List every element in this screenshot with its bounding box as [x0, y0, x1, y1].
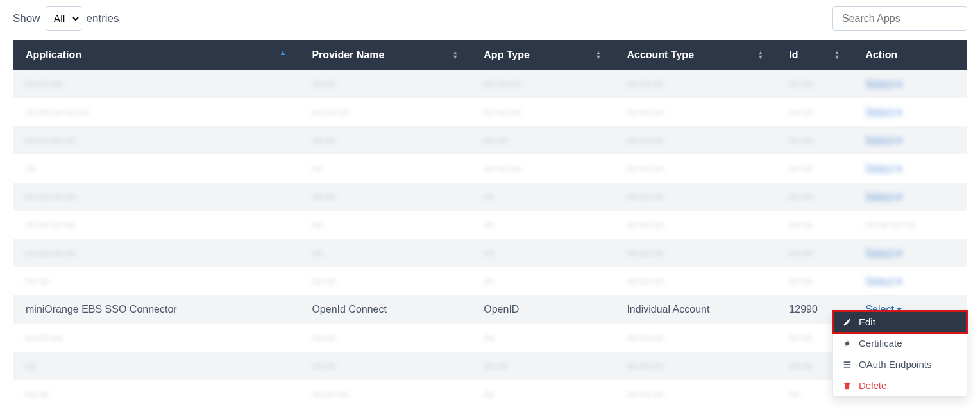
table-row: — —— ——— — —— —Select ▾	[13, 267, 967, 295]
col-id[interactable]: Id ▲▼	[776, 40, 852, 70]
cell-app_type: —	[471, 267, 614, 295]
col-application[interactable]: Application ▲▼	[13, 40, 299, 70]
table-row: — — — ———— — —— —Select ▾	[13, 239, 967, 267]
cell-action: Select ▾	[852, 70, 967, 98]
cell-account_type: — — —	[614, 183, 776, 211]
table-row: ——— — —— — —— —Select ▾	[13, 154, 967, 183]
cell-application: — — — —	[13, 211, 299, 239]
sort-icon: ▲▼	[834, 51, 840, 60]
cell-id: — —	[776, 183, 852, 211]
col-account-type-label: Account Type	[627, 49, 694, 60]
cell-app_type: —	[471, 211, 614, 239]
cell-provider: — — —	[299, 380, 471, 408]
cell-account_type: — — —	[614, 267, 776, 295]
dropdown-item-oauth-endpoints[interactable]: OAuth Endpoints	[833, 354, 967, 375]
cell-id: — —	[776, 239, 852, 267]
show-entries: Show All entries	[13, 6, 119, 31]
cell-app_type: —	[471, 183, 614, 211]
cell-account_type: — — —	[614, 352, 776, 380]
cell-account_type: — — —	[614, 126, 776, 154]
dropdown-item-oauth-endpoints-label: OAuth Endpoints	[859, 359, 931, 370]
cell-provider: — —	[299, 267, 471, 295]
cell-account_type: — — —	[614, 154, 776, 183]
cell-app_type: — —	[471, 352, 614, 380]
cell-account_type: — — —	[614, 98, 776, 126]
col-application-label: Application	[26, 49, 81, 60]
cell-provider: — —	[299, 70, 471, 98]
col-provider[interactable]: Provider Name ▲▼	[299, 40, 471, 70]
dropdown-item-edit[interactable]: Edit	[833, 311, 967, 333]
sort-icon: ▲▼	[280, 51, 287, 55]
cell-id: — —	[776, 98, 852, 126]
sort-icon: ▲▼	[757, 51, 763, 60]
table-row: — — — —— ——— — —— —Select ▾	[13, 183, 967, 211]
cell-action: Select ▾	[852, 267, 967, 295]
dropdown-item-certificate[interactable]: Certificate	[833, 333, 967, 354]
cell-app_type: — —	[471, 126, 614, 154]
entries-select[interactable]: All	[46, 6, 81, 31]
cell-app_type: — — —	[471, 70, 614, 98]
cell-app_type: OpenID	[471, 295, 614, 324]
cell-application: — — —	[13, 70, 299, 98]
cell-provider: —	[299, 211, 471, 239]
table-row: — — —— ——— — —— —	[13, 324, 967, 352]
dropdown-item-delete[interactable]: Delete	[833, 375, 967, 396]
cell-action: SelectEditCertificateOAuth EndpointsDele…	[852, 295, 967, 324]
cell-action: Select ▾	[852, 98, 967, 126]
cell-application: — —	[13, 267, 299, 295]
action-dropdown-menu: EditCertificateOAuth EndpointsDelete	[832, 311, 967, 397]
table-row: — — — ———— — —— —— — — —	[13, 211, 967, 239]
cell-app_type: —	[471, 380, 614, 408]
cell-action: Select ▾	[852, 239, 967, 267]
cell-action: — — — —	[852, 211, 967, 239]
cell-provider: —	[299, 154, 471, 183]
show-label-after: entries	[87, 12, 119, 25]
table-row: — —— — ——— — ——	[13, 380, 967, 408]
cell-account_type: — — —	[614, 324, 776, 352]
cell-provider: OpenId Connect	[299, 295, 471, 324]
cell-id: — —	[776, 267, 852, 295]
cell-app_type: — — —	[471, 154, 614, 183]
dropdown-item-delete-label: Delete	[859, 380, 886, 391]
cell-app_type: — — —	[471, 98, 614, 126]
cell-id: — —	[776, 126, 852, 154]
cell-account_type: — — —	[614, 380, 776, 408]
cell-action: Select ▾	[852, 183, 967, 211]
svg-rect-3	[844, 366, 851, 367]
cell-provider: — — —	[299, 98, 471, 126]
col-app-type[interactable]: App Type ▲▼	[471, 40, 614, 70]
col-action-label: Action	[865, 49, 897, 60]
col-action: Action	[852, 40, 967, 70]
cell-action: Select ▾	[852, 126, 967, 154]
cell-app_type: —	[471, 239, 614, 267]
cell-action: Select ▾	[852, 154, 967, 183]
list-icon	[842, 360, 852, 369]
svg-rect-2	[844, 364, 851, 365]
cell-provider: — —	[299, 324, 471, 352]
sort-icon: ▲▼	[452, 51, 458, 60]
cell-application: miniOrange EBS SSO Connector	[13, 295, 299, 324]
cell-provider: — —	[299, 352, 471, 380]
cell-application: —	[13, 154, 299, 183]
col-account-type[interactable]: Account Type ▲▼	[614, 40, 776, 70]
col-app-type-label: App Type	[484, 49, 530, 60]
search-input[interactable]	[832, 6, 967, 31]
certificate-icon	[842, 339, 852, 348]
cell-provider: —	[299, 239, 471, 267]
cell-provider: — —	[299, 183, 471, 211]
cell-application: — — — — —	[13, 98, 299, 126]
cell-application: —	[13, 352, 299, 380]
table-row: — — — —— —— —— — —— —Select ▾	[13, 126, 967, 154]
cell-account_type: Individual Account	[614, 295, 776, 324]
cell-application: — — —	[13, 324, 299, 352]
edit-icon	[842, 318, 852, 327]
cell-account_type: — — —	[614, 211, 776, 239]
cell-id: — —	[776, 70, 852, 98]
cell-account_type: — — —	[614, 239, 776, 267]
apps-table: Application ▲▼ Provider Name ▲▼ App Type…	[13, 40, 967, 408]
col-id-label: Id	[789, 49, 798, 60]
table-row: — — — — —— — —— — —— — —— —Select ▾	[13, 98, 967, 126]
cell-account_type: — — —	[614, 70, 776, 98]
cell-application: — — — —	[13, 183, 299, 211]
cell-id: — —	[776, 154, 852, 183]
